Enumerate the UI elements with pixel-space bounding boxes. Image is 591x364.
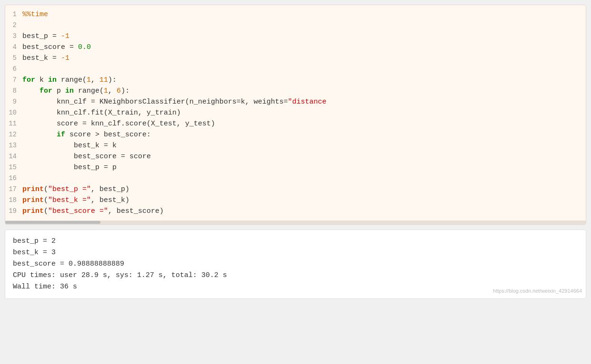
line-code: best_score = 0.0 <box>22 42 91 53</box>
output-area: best_p = 2best_k = 3best_score = 0.98888… <box>5 230 586 299</box>
line-code <box>22 173 27 184</box>
code-line: 17print("best_p =", best_p) <box>5 184 586 195</box>
line-number: 12 <box>5 129 22 140</box>
line-number: 17 <box>5 184 22 194</box>
line-number: 8 <box>5 86 22 96</box>
code-line: 2 <box>5 20 586 31</box>
line-code: knn_clf.fit(X_train, y_train) <box>22 108 181 118</box>
line-number: 2 <box>5 20 22 30</box>
line-number: 16 <box>5 173 22 183</box>
code-area: 1%%time2 3best_p = -14best_score = 0.05b… <box>5 5 586 220</box>
line-number: 5 <box>5 53 22 63</box>
line-code: best_k = -1 <box>22 53 69 64</box>
output-line: best_k = 3 <box>13 247 578 259</box>
code-line: 9 knn_clf = KNeighborsClassifier(n_neigh… <box>5 96 586 107</box>
line-code: print("best_p =", best_p) <box>22 184 129 195</box>
line-number: 18 <box>5 195 22 205</box>
code-line: 19print("best_score =", best_score) <box>5 206 586 217</box>
line-code: knn_clf = KNeighborsClassifier(n_neighbo… <box>22 97 326 107</box>
line-number: 6 <box>5 64 22 74</box>
line-number: 7 <box>5 75 22 85</box>
code-line: 10 knn_clf.fit(X_train, y_train) <box>5 107 586 118</box>
line-number: 4 <box>5 42 22 52</box>
line-code: best_p = p <box>22 163 117 173</box>
line-number: 19 <box>5 206 22 216</box>
watermark: https://blog.csdn.net/weixin_42914664 <box>493 285 582 297</box>
code-line: 5best_k = -1 <box>5 53 586 64</box>
line-code: print("best_k =", best_k) <box>22 195 129 206</box>
code-line: 18print("best_k =", best_k) <box>5 195 586 206</box>
line-number: 13 <box>5 140 22 151</box>
line-number: 3 <box>5 31 22 41</box>
scrollbar-area[interactable] <box>5 220 586 224</box>
code-line: 13 best_k = k <box>5 140 586 151</box>
line-code: print("best_score =", best_score) <box>22 206 164 217</box>
line-code <box>22 20 27 31</box>
line-number: 10 <box>5 107 22 118</box>
code-line: 6 <box>5 64 586 75</box>
code-line: 4best_score = 0.0 <box>5 42 586 53</box>
code-line: 1%%time <box>5 9 586 20</box>
scrollbar-thumb[interactable] <box>5 221 100 224</box>
line-number: 15 <box>5 162 22 172</box>
code-line: 16 <box>5 173 586 184</box>
line-code: best_score = score <box>22 152 151 162</box>
line-number: 11 <box>5 118 22 129</box>
line-number: 14 <box>5 151 22 162</box>
output-line: CPU times: user 28.9 s, sys: 1.27 s, tot… <box>13 270 578 281</box>
line-code: if score > best_score: <box>22 130 151 140</box>
line-code: for k in range(1, 11): <box>22 75 117 86</box>
output-line: best_p = 2 <box>13 236 578 247</box>
code-line: 8 for p in range(1, 6): <box>5 86 586 96</box>
line-code: %%time <box>22 10 48 20</box>
code-line: 3best_p = -1 <box>5 31 586 42</box>
code-cell: 1%%time2 3best_p = -14best_score = 0.05b… <box>5 5 586 225</box>
code-line: 11 score = knn_clf.score(X_test, y_test) <box>5 118 586 129</box>
line-number: 1 <box>5 9 22 19</box>
code-line: 7for k in range(1, 11): <box>5 75 586 86</box>
output-line: best_score = 0.98888888889 <box>13 259 578 270</box>
line-code: for p in range(1, 6): <box>22 86 129 96</box>
code-line: 14 best_score = score <box>5 151 586 162</box>
line-code: best_k = k <box>22 141 117 151</box>
line-code: best_p = -1 <box>22 31 69 42</box>
code-line: 12 if score > best_score: <box>5 129 586 140</box>
line-number: 9 <box>5 96 22 107</box>
line-code <box>22 64 27 75</box>
code-line: 15 best_p = p <box>5 162 586 173</box>
line-code: score = knn_clf.score(X_test, y_test) <box>22 119 215 129</box>
